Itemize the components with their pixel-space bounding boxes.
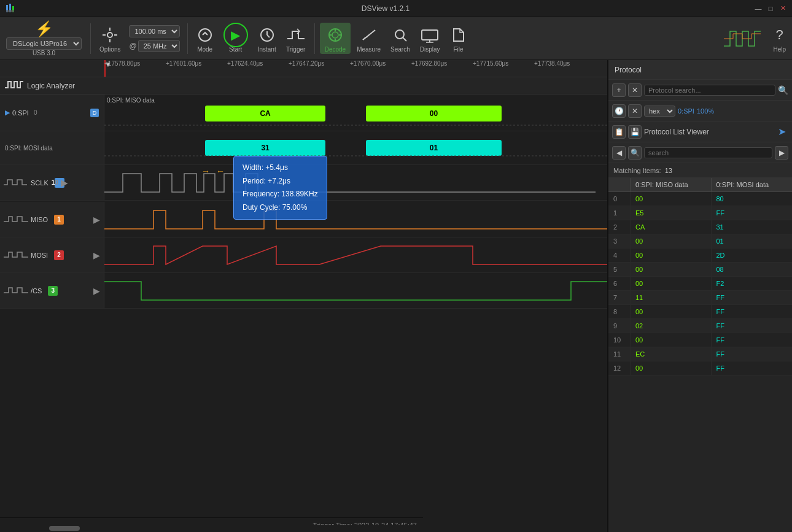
cell-idx: 9 xyxy=(608,319,631,333)
add-protocol-btn[interactable]: + xyxy=(612,83,626,97)
la-label: Logic Analyzer xyxy=(27,82,75,90)
spi-miso-label: ▶ 0:SPI 0 D xyxy=(0,94,104,131)
search-label: Search xyxy=(390,46,410,53)
search-protocol-icon[interactable]: 🔍 xyxy=(778,85,788,95)
svg-point-4 xyxy=(107,33,112,37)
freq-selector[interactable]: 25 MHz xyxy=(138,40,180,52)
mosi-signal-label: MOSI 2 ▶ xyxy=(0,237,104,272)
nav-search-input[interactable] xyxy=(644,147,772,158)
matching-items-bar: Matching Items: 13 xyxy=(608,163,792,178)
mosi-waveform[interactable]: 31 01 xyxy=(104,131,607,164)
cell-miso: 00 xyxy=(631,249,712,262)
mosi-row-label-area: 0:SPI: MOSI data xyxy=(5,145,53,152)
timeline-label-5: +17692.80μs xyxy=(411,60,447,67)
waveform-area[interactable]: ▶ 0:SPI 0 D 0:SPI: MISO data CA 00 xyxy=(0,94,607,532)
cell-idx: 8 xyxy=(608,305,631,318)
cs-signal-label: /CS 3 ▶ xyxy=(0,273,104,308)
time-selector[interactable]: 100.00 ms xyxy=(129,25,179,37)
cell-miso: 00 xyxy=(631,333,712,347)
protocol-title: Protocol xyxy=(615,66,642,74)
titlebar: DSView v1.2.1 — □ ✕ xyxy=(0,0,792,17)
table-row[interactable]: 12 00 FF xyxy=(608,361,792,376)
start-group[interactable]: ▶ Start xyxy=(220,23,252,54)
cs-row: /CS 3 ▶ xyxy=(0,273,607,309)
signal-panel: ▼ +17578.80μs +17601.60μs +17624.40μs +1… xyxy=(0,60,608,532)
cs-arrow: ▶ xyxy=(93,286,100,296)
table-row[interactable]: 2 CA 31 xyxy=(608,220,792,234)
decode-group[interactable]: Decode xyxy=(320,23,351,54)
export-btn[interactable]: ➤ xyxy=(775,125,788,139)
table-row[interactable]: 11 EC FF xyxy=(608,347,792,361)
help-group[interactable]: ? Help xyxy=(769,23,790,54)
usb-device-group: ⚡ DSLogic U3Pro16 USB 3.0 xyxy=(2,19,85,58)
search-group[interactable]: Search xyxy=(387,23,414,54)
display-group[interactable]: Display xyxy=(416,23,444,54)
measure-icon xyxy=(360,24,378,46)
matching-count: 13 xyxy=(665,167,672,174)
table-row[interactable]: 9 02 FF xyxy=(608,319,792,333)
table-row[interactable]: 8 00 FF xyxy=(608,305,792,319)
remove-protocol-btn[interactable]: ✕ xyxy=(628,83,642,97)
cell-mosi: 01 xyxy=(712,234,793,248)
close-btn[interactable]: ✕ xyxy=(778,4,787,13)
table-row[interactable]: 7 11 FF xyxy=(608,291,792,305)
nav-search-icon-btn[interactable]: 🔍 xyxy=(628,146,642,160)
list-viewer-icon-btn[interactable]: 📋 xyxy=(612,125,626,139)
maximize-btn[interactable]: □ xyxy=(766,4,775,13)
trigger-group[interactable]: Trigger xyxy=(282,23,309,54)
measure-width: Width: +5.4μs xyxy=(243,161,318,175)
h-scrollbar[interactable] xyxy=(0,525,423,532)
miso-waveform[interactable]: 0:SPI: MISO data CA 00 xyxy=(104,94,607,131)
svg-rect-24 xyxy=(422,30,438,40)
device-selector[interactable]: DSLogic U3Pro16 xyxy=(6,37,82,50)
cs-wave-icon xyxy=(4,285,28,296)
app-icon xyxy=(5,2,17,15)
protocol-clock-btn[interactable]: 🕐 xyxy=(612,104,626,118)
sclk-waveform[interactable]: → ← xyxy=(104,165,607,200)
sclk-name: SCLK xyxy=(31,179,49,187)
cs-signal-waveform[interactable] xyxy=(104,273,607,308)
list-save-btn[interactable]: 💾 xyxy=(628,125,642,139)
miso-signal-waveform[interactable] xyxy=(104,202,607,237)
mosi-signal-waveform[interactable] xyxy=(104,237,607,272)
mosi-signal-name: MOSI xyxy=(31,252,48,259)
mode-label: Mode xyxy=(197,46,212,53)
table-row[interactable]: 5 00 08 xyxy=(608,263,792,277)
cell-miso: 00 xyxy=(631,234,712,248)
cell-miso: 00 xyxy=(631,305,712,318)
list-viewer-toolbar: 📋 💾 Protocol List Viewer ➤ xyxy=(608,121,792,142)
mode-icon xyxy=(196,24,214,46)
play-button[interactable]: ▶ xyxy=(223,23,248,47)
table-row[interactable]: 10 00 FF xyxy=(608,333,792,347)
protocol-format-select[interactable]: hex dec bin ascii xyxy=(644,106,675,117)
protocol-x-btn[interactable]: ✕ xyxy=(628,104,642,118)
protocol-search-input[interactable] xyxy=(644,85,775,96)
measure-frequency: Frequency: 138.89KHz xyxy=(243,188,318,201)
mosi-baseline-svg xyxy=(104,131,607,164)
nav-next-btn[interactable]: ▶ xyxy=(775,146,788,160)
divider-2 xyxy=(187,23,188,54)
protocol-table[interactable]: 0:SPI: MISO data 0:SPI: MOSI data 0 00 8… xyxy=(608,178,792,532)
protocol-channel-label: 0:SPI xyxy=(678,107,694,115)
table-row[interactable]: 4 00 2D xyxy=(608,249,792,263)
file-group[interactable]: File xyxy=(446,23,471,54)
minimize-btn[interactable]: — xyxy=(754,4,763,13)
file-icon xyxy=(450,24,467,46)
instant-group[interactable]: Instant xyxy=(254,23,280,54)
table-row[interactable]: 3 00 01 xyxy=(608,234,792,249)
table-row[interactable]: 6 00 F2 xyxy=(608,277,792,291)
svg-line-12 xyxy=(267,35,270,37)
trigger-icon xyxy=(286,24,306,46)
nav-prev-btn[interactable]: ◀ xyxy=(612,146,626,160)
usb-label: USB 3.0 xyxy=(33,50,55,56)
miso-arrow: ▶ xyxy=(93,215,100,225)
svg-point-22 xyxy=(395,30,404,39)
options-group[interactable]: Options xyxy=(96,23,124,54)
measure-label: Measure xyxy=(357,46,381,53)
scrollbar-thumb[interactable] xyxy=(49,526,80,531)
table-row[interactable]: 0 00 80 xyxy=(608,192,792,206)
mode-group[interactable]: Mode xyxy=(193,23,217,54)
measure-group[interactable]: Measure xyxy=(353,23,384,54)
table-row[interactable]: 1 E5 FF xyxy=(608,206,792,220)
display-label: Display xyxy=(420,46,440,53)
